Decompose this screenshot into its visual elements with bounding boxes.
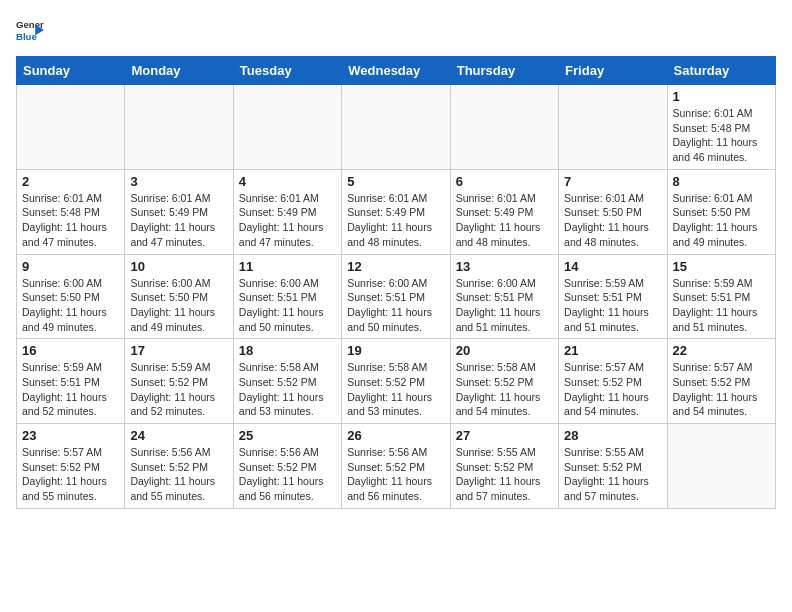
- day-info: Sunrise: 5:59 AMSunset: 5:51 PMDaylight:…: [673, 276, 770, 335]
- day-info: Sunrise: 6:01 AMSunset: 5:49 PMDaylight:…: [347, 191, 444, 250]
- calendar-cell: 3Sunrise: 6:01 AMSunset: 5:49 PMDaylight…: [125, 169, 233, 254]
- calendar-cell: 17Sunrise: 5:59 AMSunset: 5:52 PMDayligh…: [125, 339, 233, 424]
- page-header: General Blue: [16, 16, 776, 44]
- calendar-cell: 22Sunrise: 5:57 AMSunset: 5:52 PMDayligh…: [667, 339, 775, 424]
- weekday-header: Friday: [559, 57, 667, 85]
- calendar-cell: 5Sunrise: 6:01 AMSunset: 5:49 PMDaylight…: [342, 169, 450, 254]
- svg-text:Blue: Blue: [16, 31, 37, 42]
- calendar-cell: [450, 85, 558, 170]
- calendar-cell: [342, 85, 450, 170]
- day-info: Sunrise: 6:01 AMSunset: 5:49 PMDaylight:…: [130, 191, 227, 250]
- day-number: 14: [564, 259, 661, 274]
- day-number: 6: [456, 174, 553, 189]
- calendar-cell: 25Sunrise: 5:56 AMSunset: 5:52 PMDayligh…: [233, 424, 341, 509]
- calendar-cell: 10Sunrise: 6:00 AMSunset: 5:50 PMDayligh…: [125, 254, 233, 339]
- day-number: 22: [673, 343, 770, 358]
- logo-icon: General Blue: [16, 16, 44, 44]
- calendar-cell: 4Sunrise: 6:01 AMSunset: 5:49 PMDaylight…: [233, 169, 341, 254]
- weekday-header: Saturday: [667, 57, 775, 85]
- calendar-week-row: 16Sunrise: 5:59 AMSunset: 5:51 PMDayligh…: [17, 339, 776, 424]
- day-number: 13: [456, 259, 553, 274]
- day-info: Sunrise: 6:01 AMSunset: 5:48 PMDaylight:…: [22, 191, 119, 250]
- day-info: Sunrise: 5:57 AMSunset: 5:52 PMDaylight:…: [673, 360, 770, 419]
- calendar-cell: 6Sunrise: 6:01 AMSunset: 5:49 PMDaylight…: [450, 169, 558, 254]
- calendar-cell: [17, 85, 125, 170]
- day-number: 9: [22, 259, 119, 274]
- day-info: Sunrise: 6:01 AMSunset: 5:49 PMDaylight:…: [239, 191, 336, 250]
- calendar-cell: 28Sunrise: 5:55 AMSunset: 5:52 PMDayligh…: [559, 424, 667, 509]
- day-info: Sunrise: 6:01 AMSunset: 5:50 PMDaylight:…: [564, 191, 661, 250]
- day-info: Sunrise: 5:58 AMSunset: 5:52 PMDaylight:…: [456, 360, 553, 419]
- day-number: 1: [673, 89, 770, 104]
- day-number: 15: [673, 259, 770, 274]
- calendar-cell: 20Sunrise: 5:58 AMSunset: 5:52 PMDayligh…: [450, 339, 558, 424]
- calendar-cell: 19Sunrise: 5:58 AMSunset: 5:52 PMDayligh…: [342, 339, 450, 424]
- day-number: 10: [130, 259, 227, 274]
- day-number: 25: [239, 428, 336, 443]
- day-number: 28: [564, 428, 661, 443]
- calendar-cell: [667, 424, 775, 509]
- day-info: Sunrise: 5:56 AMSunset: 5:52 PMDaylight:…: [130, 445, 227, 504]
- day-info: Sunrise: 6:00 AMSunset: 5:51 PMDaylight:…: [456, 276, 553, 335]
- day-info: Sunrise: 6:01 AMSunset: 5:50 PMDaylight:…: [673, 191, 770, 250]
- calendar-cell: 12Sunrise: 6:00 AMSunset: 5:51 PMDayligh…: [342, 254, 450, 339]
- day-number: 20: [456, 343, 553, 358]
- day-number: 23: [22, 428, 119, 443]
- day-info: Sunrise: 5:58 AMSunset: 5:52 PMDaylight:…: [239, 360, 336, 419]
- calendar-cell: 13Sunrise: 6:00 AMSunset: 5:51 PMDayligh…: [450, 254, 558, 339]
- calendar-header-row: SundayMondayTuesdayWednesdayThursdayFrid…: [17, 57, 776, 85]
- calendar-cell: 9Sunrise: 6:00 AMSunset: 5:50 PMDaylight…: [17, 254, 125, 339]
- day-number: 27: [456, 428, 553, 443]
- calendar-cell: 26Sunrise: 5:56 AMSunset: 5:52 PMDayligh…: [342, 424, 450, 509]
- day-number: 16: [22, 343, 119, 358]
- calendar-cell: [559, 85, 667, 170]
- calendar-cell: 11Sunrise: 6:00 AMSunset: 5:51 PMDayligh…: [233, 254, 341, 339]
- calendar-cell: 18Sunrise: 5:58 AMSunset: 5:52 PMDayligh…: [233, 339, 341, 424]
- day-number: 3: [130, 174, 227, 189]
- day-number: 4: [239, 174, 336, 189]
- calendar-table: SundayMondayTuesdayWednesdayThursdayFrid…: [16, 56, 776, 509]
- day-info: Sunrise: 6:01 AMSunset: 5:49 PMDaylight:…: [456, 191, 553, 250]
- day-info: Sunrise: 6:00 AMSunset: 5:51 PMDaylight:…: [347, 276, 444, 335]
- calendar-cell: 21Sunrise: 5:57 AMSunset: 5:52 PMDayligh…: [559, 339, 667, 424]
- day-info: Sunrise: 6:00 AMSunset: 5:51 PMDaylight:…: [239, 276, 336, 335]
- day-number: 19: [347, 343, 444, 358]
- day-info: Sunrise: 5:59 AMSunset: 5:51 PMDaylight:…: [564, 276, 661, 335]
- calendar-cell: 16Sunrise: 5:59 AMSunset: 5:51 PMDayligh…: [17, 339, 125, 424]
- day-number: 12: [347, 259, 444, 274]
- day-info: Sunrise: 5:57 AMSunset: 5:52 PMDaylight:…: [564, 360, 661, 419]
- calendar-cell: 1Sunrise: 6:01 AMSunset: 5:48 PMDaylight…: [667, 85, 775, 170]
- day-info: Sunrise: 5:59 AMSunset: 5:52 PMDaylight:…: [130, 360, 227, 419]
- day-info: Sunrise: 6:01 AMSunset: 5:48 PMDaylight:…: [673, 106, 770, 165]
- logo: General Blue: [16, 16, 44, 44]
- day-info: Sunrise: 5:59 AMSunset: 5:51 PMDaylight:…: [22, 360, 119, 419]
- calendar-cell: 14Sunrise: 5:59 AMSunset: 5:51 PMDayligh…: [559, 254, 667, 339]
- calendar-cell: 7Sunrise: 6:01 AMSunset: 5:50 PMDaylight…: [559, 169, 667, 254]
- day-info: Sunrise: 5:57 AMSunset: 5:52 PMDaylight:…: [22, 445, 119, 504]
- day-number: 17: [130, 343, 227, 358]
- day-number: 5: [347, 174, 444, 189]
- calendar-week-row: 23Sunrise: 5:57 AMSunset: 5:52 PMDayligh…: [17, 424, 776, 509]
- day-number: 24: [130, 428, 227, 443]
- day-info: Sunrise: 5:58 AMSunset: 5:52 PMDaylight:…: [347, 360, 444, 419]
- calendar-cell: 24Sunrise: 5:56 AMSunset: 5:52 PMDayligh…: [125, 424, 233, 509]
- day-info: Sunrise: 6:00 AMSunset: 5:50 PMDaylight:…: [22, 276, 119, 335]
- calendar-week-row: 1Sunrise: 6:01 AMSunset: 5:48 PMDaylight…: [17, 85, 776, 170]
- calendar-week-row: 2Sunrise: 6:01 AMSunset: 5:48 PMDaylight…: [17, 169, 776, 254]
- calendar-cell: [233, 85, 341, 170]
- calendar-cell: 2Sunrise: 6:01 AMSunset: 5:48 PMDaylight…: [17, 169, 125, 254]
- day-info: Sunrise: 5:55 AMSunset: 5:52 PMDaylight:…: [564, 445, 661, 504]
- day-number: 21: [564, 343, 661, 358]
- calendar-cell: 27Sunrise: 5:55 AMSunset: 5:52 PMDayligh…: [450, 424, 558, 509]
- weekday-header: Monday: [125, 57, 233, 85]
- calendar-cell: 15Sunrise: 5:59 AMSunset: 5:51 PMDayligh…: [667, 254, 775, 339]
- day-number: 11: [239, 259, 336, 274]
- day-info: Sunrise: 5:56 AMSunset: 5:52 PMDaylight:…: [347, 445, 444, 504]
- calendar-cell: 8Sunrise: 6:01 AMSunset: 5:50 PMDaylight…: [667, 169, 775, 254]
- day-number: 8: [673, 174, 770, 189]
- day-info: Sunrise: 5:55 AMSunset: 5:52 PMDaylight:…: [456, 445, 553, 504]
- day-number: 2: [22, 174, 119, 189]
- day-info: Sunrise: 6:00 AMSunset: 5:50 PMDaylight:…: [130, 276, 227, 335]
- weekday-header: Thursday: [450, 57, 558, 85]
- calendar-week-row: 9Sunrise: 6:00 AMSunset: 5:50 PMDaylight…: [17, 254, 776, 339]
